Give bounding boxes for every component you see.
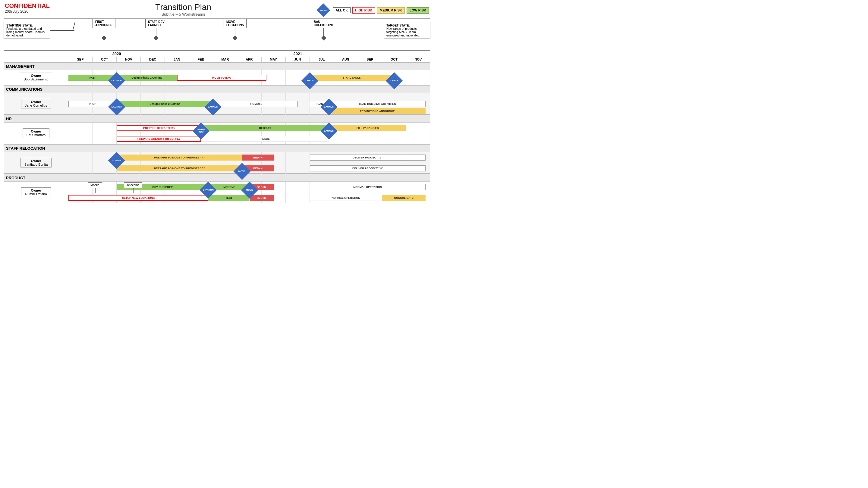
marker-diamond: Marker	[317, 3, 330, 17]
bars-cell-communications: PREPLAUNCHDesign Phase 2 CommsLAUNCHPROM…	[68, 93, 430, 115]
owner-cell-hr: OwnerEffi Smartato	[4, 123, 68, 144]
bar-bed-in: BED-IN	[242, 155, 273, 161]
section-header-management: MANAGEMENT	[4, 62, 430, 70]
month-dec: DEC	[141, 57, 165, 62]
bar-test: TEST	[208, 195, 249, 201]
month-sep: SEP	[358, 57, 382, 62]
section-header-product: PRODUCT	[4, 174, 430, 182]
month-may: MAY	[261, 57, 286, 62]
month-aug: AUG	[334, 57, 358, 62]
bar-prepare-to-move-to-premises--b-: PREPARE TO MOVE TO PREMISES "B"	[117, 165, 242, 171]
year-2020: 2020	[68, 51, 165, 57]
milestone-first-announce: FIRSTANNOUNCE	[93, 19, 116, 37]
swimlane-product: OwnerRumbi TratanoDRY RUN PREPDRY RUNIMP…	[4, 182, 430, 203]
owner-cell-communications: OwnerJane Cornelius	[4, 93, 68, 114]
section-header-communications: COMMUNICATIONS	[4, 85, 430, 93]
bar-promotions-announce: PROMOTIONS ANNOUNCE	[329, 108, 426, 114]
section-label-communications: COMMUNICATIONS	[4, 87, 68, 92]
swimlane-communications: OwnerJane CorneliusPREPLAUNCHDesign Phas…	[4, 93, 430, 115]
starting-state-box: STARTING STATE: Products are outdated an…	[4, 22, 50, 39]
owner-cell-management: OwnerBob Sacramento	[4, 70, 68, 85]
milestone-move-locations: MOVELOCATIONS	[224, 19, 247, 37]
bar-final-tasks: FINAL TASKS	[310, 75, 394, 81]
section-label-management: MANAGEMENT	[4, 64, 68, 69]
legend-allok: ALL OK	[333, 7, 350, 13]
section-header-hr: HR	[4, 115, 430, 123]
confidential-label: CONFIDENTIAL	[5, 2, 50, 9]
bar-move-to-bau: MOVE TO BAU	[177, 75, 266, 81]
month-mar: MAR	[213, 57, 237, 62]
bar-design-phase-2-comms: Design Phase 2 Comms	[117, 75, 177, 81]
month-nov: NOV	[117, 57, 141, 62]
owner-cell-product: OwnerRumbi Tratano	[4, 182, 68, 203]
bars-cell-management: PREPLAUNCHDesign Phase 2 CommsMOVE TO BA…	[68, 70, 430, 85]
bars-cell-staff-relocation: COMMSPREPARE TO MOVE TO PREMISES "A"BED-…	[68, 152, 430, 174]
bar-deliver-project--2-: DELIVER PROJECT "2"	[310, 155, 426, 161]
bar-recruit: RECRUIT	[201, 125, 329, 131]
bar-deliver-project--n-: DELIVER PROJECT "N"	[310, 165, 426, 171]
bar-design-phase-2-comms: Design Phase 2 Comms	[117, 101, 213, 107]
bars-cell-hr: PREPARE RECRUITERSSTAFF DEVRECRUITLAUNCH…	[68, 123, 430, 144]
bar-prepare-to-move-to-premises--a-: PREPARE TO MOVE TO PREMISES "A"	[117, 155, 242, 161]
legend-high: HIGH RISK	[352, 7, 375, 13]
subtitle: Subtitle – 5 Workstreams	[155, 12, 211, 17]
bar-normal-operation: NORMAL OPERATION	[310, 195, 382, 201]
year-2021: 2021	[165, 51, 430, 57]
bar-fill-vacancies: FILL VACANCIES	[329, 125, 406, 131]
bar-prepare-recruiters: PREPARE RECRUITERS	[117, 125, 201, 131]
section-header-staff-relocation: STAFF RELOCATION	[4, 144, 430, 152]
milestone-bau: BAUCHECKPOINT	[311, 19, 336, 37]
bar-prepare-agency-for-supply: PREPARE AGENCY FOR SUPPLY	[117, 136, 201, 142]
section-label-product: PRODUCT	[4, 175, 68, 180]
month-jan: JAN	[165, 57, 189, 62]
month-sep: SEP	[68, 57, 93, 62]
month-feb: FEB	[189, 57, 213, 62]
month-apr: APR	[237, 57, 261, 62]
legend-medium: MEDIUM RISK	[377, 7, 405, 13]
bar-promote: PROMOTE	[213, 101, 298, 107]
milestone-staff-dev: STAFF DEVLAUNCH	[145, 19, 167, 37]
bar-normal-operation: NORMAL OPERATION	[310, 184, 426, 190]
section-label-hr: HR	[4, 117, 68, 121]
swimlane-staff-relocation: OwnerSantiago BonitaCOMMSPREPARE TO MOVE…	[4, 152, 430, 174]
bar-bed-in: BED-IN	[250, 195, 274, 201]
swimlane-hr: OwnerEffi SmartatoPREPARE RECRUITERSSTAF…	[4, 123, 430, 144]
month-jun: JUN	[286, 57, 310, 62]
month-oct: OCT	[382, 57, 406, 62]
month-jul: JUL	[310, 57, 334, 62]
telecoms-bubble: Telecoms	[124, 182, 142, 188]
bars-cell-product: DRY RUN PREPDRY RUNIMPROVEMOVEBED-INNORM…	[68, 182, 430, 203]
month-nov: NOV	[406, 57, 430, 62]
month-oct: OCT	[93, 57, 117, 62]
bar-setup-new-locations: SETUP NEW LOCATIONS	[68, 195, 208, 201]
swimlane-management: OwnerBob SacramentoPREPLAUNCHDesign Phas…	[4, 70, 430, 85]
legend-low: LOW RISK	[407, 7, 429, 13]
section-label-staff-relocation: STAFF RELOCATION	[4, 146, 68, 151]
date-label: 20th July 2020	[5, 9, 50, 13]
mobile-bubble: Mobile	[88, 182, 102, 188]
target-state-box: TARGET STATE: New range of products targ…	[384, 22, 430, 39]
bar-consolidate: CONSOLIDATE	[382, 195, 426, 201]
owner-cell-staff-relocation: OwnerSantiago Bonita	[4, 152, 68, 173]
bar-team-building-activities: TEAM BUILDING ACTIVITIES	[329, 101, 426, 107]
bar-place: PLACE	[201, 136, 329, 142]
main-title: Transition Plan	[155, 2, 211, 12]
